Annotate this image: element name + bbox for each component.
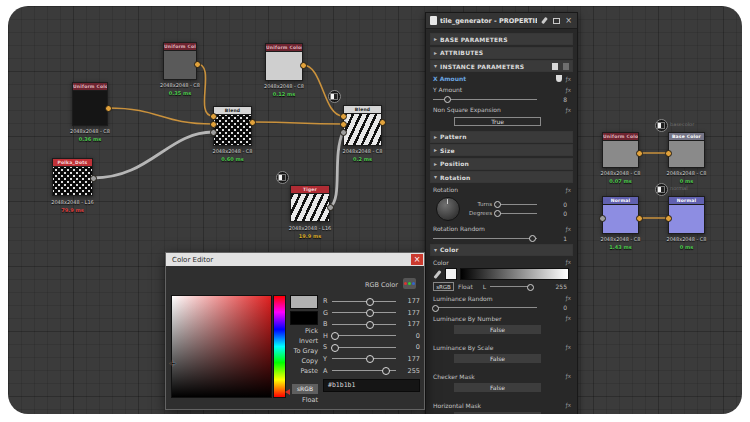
section-rotation[interactable]: ▾ Rotation (430, 171, 573, 183)
node-pin[interactable] (665, 150, 672, 157)
node-pin[interactable] (340, 121, 347, 128)
output-badge-icon[interactable] (655, 119, 668, 132)
color-editor-titlebar[interactable]: Color Editor × (166, 253, 424, 266)
node-pin[interactable] (665, 215, 672, 222)
eyedropper-icon[interactable] (433, 270, 441, 279)
preset-load-icon[interactable] (563, 63, 569, 70)
srgb-button[interactable]: sRGB (433, 282, 454, 291)
function-icon[interactable]: ƒx (566, 344, 571, 350)
channel-slider-s[interactable]: S0 (323, 343, 420, 351)
slider-knob[interactable] (494, 210, 501, 217)
output-badge-icon[interactable] (276, 171, 289, 184)
hex-input[interactable]: #b1b1b1 (323, 379, 420, 392)
grayscale-gradient-bar[interactable] (460, 268, 569, 280)
color-mode-label[interactable]: RGB Color (365, 281, 398, 289)
rotation-dial[interactable] (436, 197, 460, 221)
color-swatch[interactable] (445, 268, 457, 280)
invert-button[interactable]: Invert (270, 336, 318, 346)
slider-knob[interactable] (331, 332, 339, 340)
slider-knob[interactable] (444, 96, 451, 103)
checker-mask-button[interactable]: False (454, 383, 541, 392)
slider-knob[interactable] (331, 344, 339, 352)
slider-knob[interactable] (366, 309, 374, 317)
paste-button[interactable]: Paste (270, 366, 318, 376)
slider-knob[interactable] (382, 367, 390, 375)
function-icon[interactable]: ƒx (566, 373, 571, 379)
output-badge-icon[interactable] (328, 90, 341, 103)
node-uniform-color-3[interactable]: Uniform Color (265, 43, 303, 81)
y-amount-slider[interactable]: 8 (433, 95, 573, 104)
channel-slider-a[interactable]: A255 (323, 367, 420, 375)
node-tiger[interactable]: Tiger (290, 185, 330, 222)
node-blend-2[interactable]: Blend (343, 105, 382, 146)
channel-slider-y[interactable]: Y177 (323, 355, 420, 363)
channel-slider-r[interactable]: R177 (323, 297, 420, 305)
pick-button[interactable]: Pick (270, 326, 318, 336)
slider-knob[interactable] (366, 355, 374, 363)
slider-knob[interactable] (366, 298, 374, 306)
channel-slider-g[interactable]: G177 (323, 309, 420, 317)
pin-icon[interactable] (540, 16, 549, 25)
node-pin[interactable] (300, 62, 307, 69)
close-icon[interactable]: × (564, 16, 573, 25)
section-attributes[interactable]: ▸ATTRIBUTES (430, 47, 573, 59)
node-pin[interactable] (210, 129, 217, 136)
luminance-by-scale-button[interactable]: False (454, 354, 541, 363)
rotation-random-slider[interactable]: 1 (433, 234, 573, 243)
color-mode-icon[interactable] (403, 278, 416, 289)
node-pin[interactable] (636, 150, 643, 157)
function-icon[interactable]: ƒx (566, 187, 571, 193)
node-uniform-color-4[interactable]: Uniform Color (602, 132, 639, 168)
section-instance-parameters[interactable]: ▾ INSTANCE PARAMETERS (430, 60, 573, 72)
slider-knob[interactable] (529, 235, 536, 242)
node-pin[interactable] (210, 113, 217, 120)
horizontal-mask-button[interactable]: False (454, 412, 541, 414)
luminance-by-number-button[interactable]: False (454, 325, 541, 334)
float-label[interactable]: Float (270, 395, 318, 405)
luminance-random-slider[interactable]: 0 (433, 303, 573, 312)
node-polka-dots[interactable]: Polka_Dots (52, 158, 93, 196)
section-pattern[interactable]: ▸Pattern (430, 131, 573, 143)
degrees-slider[interactable]: Degrees 0 (466, 209, 573, 218)
function-icon[interactable]: ƒx (566, 295, 571, 301)
function-icon[interactable]: ƒx (566, 259, 571, 265)
close-icon[interactable]: × (411, 254, 423, 265)
function-icon[interactable]: ƒx (566, 402, 571, 408)
node-pin[interactable] (327, 204, 334, 211)
node-base-color-output[interactable]: Base Color (668, 132, 705, 168)
node-uniform-color-1[interactable]: Uniform Color (72, 82, 108, 126)
to-gray-button[interactable]: To Gray (270, 346, 318, 356)
srgb-button[interactable]: sRGB (292, 384, 318, 394)
output-badge-icon[interactable] (655, 183, 668, 196)
section-color[interactable]: ▾ Color (430, 244, 573, 256)
node-pin[interactable] (105, 105, 112, 112)
function-icon[interactable]: ƒx (566, 76, 571, 82)
slider-knob[interactable] (366, 321, 374, 329)
slider-knob[interactable] (494, 201, 501, 208)
section-position[interactable]: ▸Position (430, 158, 573, 170)
node-pin[interactable] (340, 113, 347, 120)
function-icon[interactable]: ƒx (566, 107, 571, 113)
node-uniform-color-2[interactable]: Uniform Color (163, 42, 197, 80)
slider-knob[interactable] (527, 284, 534, 291)
node-normal-output[interactable]: Normal (668, 196, 705, 234)
node-pin[interactable] (340, 129, 347, 136)
function-icon[interactable]: ƒx (566, 315, 571, 321)
param-x-amount[interactable]: X Amount ƒx (433, 74, 573, 84)
node-pin[interactable] (636, 215, 643, 222)
section-base-parameters[interactable]: ▸BASE PARAMETERS (430, 33, 573, 45)
function-icon[interactable]: ƒx (566, 87, 571, 93)
saturation-value-picker[interactable]: + (171, 295, 272, 398)
function-icon[interactable]: ƒx (566, 226, 571, 232)
preset-save-icon[interactable] (552, 63, 558, 70)
node-graph-canvas[interactable]: Uniform Color2048x2048 - C80.36 msUnifor… (8, 6, 742, 414)
turns-slider[interactable]: Turns 0 (466, 200, 573, 209)
node-pin[interactable] (90, 175, 97, 182)
channel-slider-h[interactable]: H0 (323, 332, 420, 340)
non-square-expansion-button[interactable]: True (454, 117, 541, 126)
node-pin[interactable] (210, 121, 217, 128)
node-pin[interactable] (379, 119, 386, 126)
copy-button[interactable]: Copy (270, 356, 318, 366)
node-pin[interactable] (249, 119, 256, 126)
node-blend-1[interactable]: Blend (213, 106, 252, 146)
